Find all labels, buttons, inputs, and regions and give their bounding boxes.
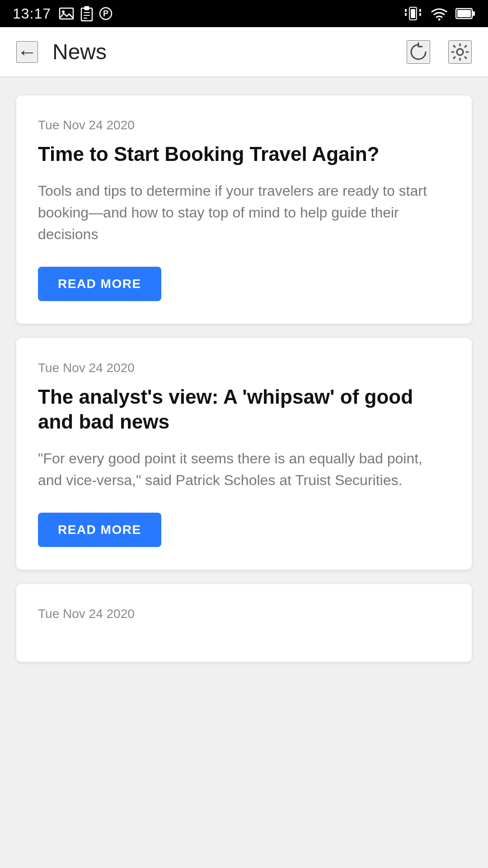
svg-rect-12 [405,13,407,16]
article-1-read-more-button[interactable]: READ MORE [38,267,161,301]
svg-rect-13 [419,9,421,12]
svg-rect-11 [405,9,407,12]
back-arrow-icon: ← [17,42,37,62]
news-content: Tue Nov 24 2020 Time to Start Booking Tr… [0,77,488,680]
app-bar-right [407,40,472,64]
svg-rect-10 [411,9,415,18]
status-bar-right [403,5,475,22]
back-button[interactable]: ← [16,41,38,63]
svg-rect-18 [472,11,475,16]
svg-rect-14 [419,13,421,16]
news-card-3: Tue Nov 24 2020 [16,584,472,662]
app-bar-left: ← News [16,39,107,64]
image-icon [58,5,75,22]
svg-point-1 [62,10,65,13]
app-bar: ← News [0,27,488,77]
article-1-title: Time to Start Booking Travel Again? [38,142,450,166]
status-time: 13:17 [13,5,51,22]
status-bar: 13:17 P [0,0,488,27]
gear-icon [449,41,471,63]
refresh-button[interactable] [407,40,430,64]
status-bar-left: 13:17 P [13,5,113,22]
article-1-excerpt: Tools and tips to determine if your trav… [38,180,450,245]
svg-rect-0 [60,8,73,19]
svg-point-19 [457,49,463,55]
page-title: News [52,39,107,64]
article-3-date: Tue Nov 24 2020 [38,607,450,621]
clipboard-icon [80,5,94,22]
article-2-excerpt: "For every good point it seems there is … [38,448,450,491]
news-card-1: Tue Nov 24 2020 Time to Start Booking Tr… [16,95,472,324]
article-2-title: The analyst's view: A 'whipsaw' of good … [38,384,450,434]
svg-rect-3 [84,6,89,10]
vibrate-icon [403,5,423,22]
parking-icon: P [99,5,113,22]
settings-button[interactable] [448,40,472,64]
article-1-date: Tue Nov 24 2020 [38,118,450,132]
svg-point-15 [438,19,441,21]
battery-icon [455,7,475,20]
svg-rect-17 [457,10,471,17]
news-card-2: Tue Nov 24 2020 The analyst's view: A 'w… [16,338,472,570]
status-bar-icons: P [58,5,113,22]
wifi-icon [430,5,448,22]
svg-text:P: P [103,9,108,18]
article-2-read-more-button[interactable]: READ MORE [38,513,161,547]
article-2-date: Tue Nov 24 2020 [38,361,450,375]
refresh-icon [408,41,429,63]
